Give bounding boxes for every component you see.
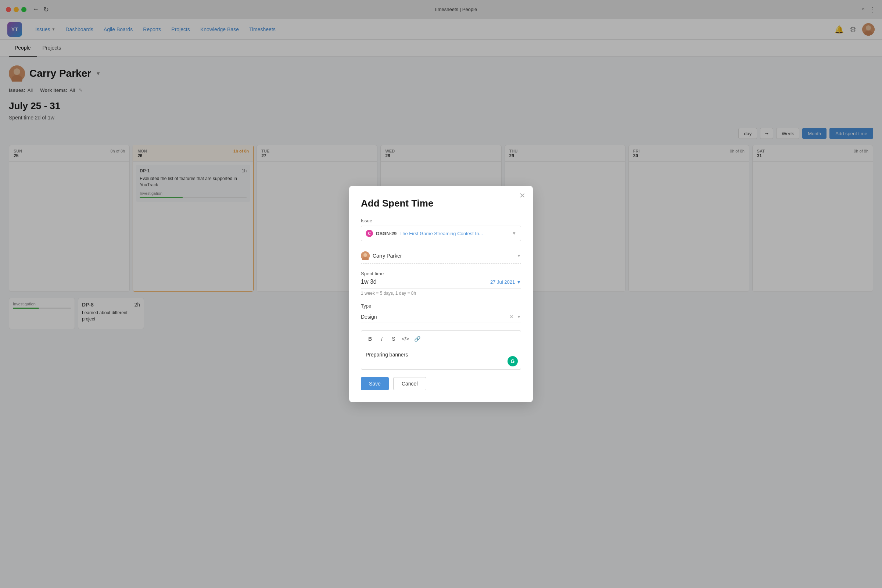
type-clear-icon[interactable]: ✕ — [509, 314, 514, 320]
issue-selector[interactable]: C DSGN-29 The First Game Streaming Conte… — [361, 226, 521, 241]
text-editor: B I S </> 🔗 Preparing banners G — [361, 330, 521, 370]
spent-time-hint: 1 week = 5 days, 1 day = 8h — [361, 291, 521, 296]
grammarly-icon: G — [507, 356, 518, 366]
type-field: Type Design ✕ ▼ — [361, 303, 521, 323]
add-spent-time-modal: ✕ Add Spent Time Issue C DSGN-29 The Fir… — [349, 186, 533, 402]
type-label: Type — [361, 303, 521, 309]
user-dropdown-arrow-icon: ▼ — [517, 253, 521, 258]
issue-dropdown-icon: ▼ — [512, 231, 516, 236]
spent-time-row: 27 Jul 2021 ▼ — [361, 279, 521, 288]
issue-label: Issue — [361, 218, 521, 224]
modal-actions: Save Cancel — [361, 377, 521, 390]
type-dropdown-icon: ▼ — [517, 314, 521, 320]
save-button[interactable]: Save — [361, 377, 389, 390]
editor-content[interactable]: Preparing banners G — [361, 347, 521, 369]
chevron-down-icon: ▼ — [516, 279, 521, 285]
italic-button[interactable]: I — [376, 334, 387, 344]
issue-title: The First Game Streaming Contest In... — [399, 231, 509, 236]
code-button[interactable]: </> — [400, 334, 411, 344]
spent-time-field: Spent time 27 Jul 2021 ▼ 1 week = 5 days… — [361, 271, 521, 296]
issue-badge: C — [366, 230, 373, 237]
type-selector[interactable]: Design ✕ ▼ — [361, 311, 521, 323]
spent-time-label: Spent time — [361, 271, 521, 276]
issue-id: DSGN-29 — [376, 231, 396, 236]
issue-field: Issue C DSGN-29 The First Game Streaming… — [361, 218, 521, 241]
user-field: Carry Parker ▼ — [361, 248, 521, 264]
modal-title: Add Spent Time — [361, 198, 521, 209]
spent-date-button[interactable]: 27 Jul 2021 ▼ — [490, 279, 521, 285]
editor-toolbar: B I S </> 🔗 — [361, 331, 521, 347]
user-selector[interactable]: Carry Parker ▼ — [361, 248, 521, 264]
modal-close-button[interactable]: ✕ — [519, 192, 525, 199]
cancel-button[interactable]: Cancel — [393, 377, 426, 390]
bold-button[interactable]: B — [365, 334, 375, 344]
strikethrough-button[interactable]: S — [388, 334, 399, 344]
user-select-avatar — [361, 251, 370, 260]
spent-time-input[interactable] — [361, 279, 490, 285]
svg-point-7 — [363, 253, 367, 257]
user-select-name: Carry Parker — [373, 253, 514, 259]
modal-overlay[interactable]: ✕ Add Spent Time Issue C DSGN-29 The Fir… — [0, 0, 882, 588]
link-button[interactable]: 🔗 — [412, 334, 422, 344]
type-value: Design — [361, 314, 509, 320]
